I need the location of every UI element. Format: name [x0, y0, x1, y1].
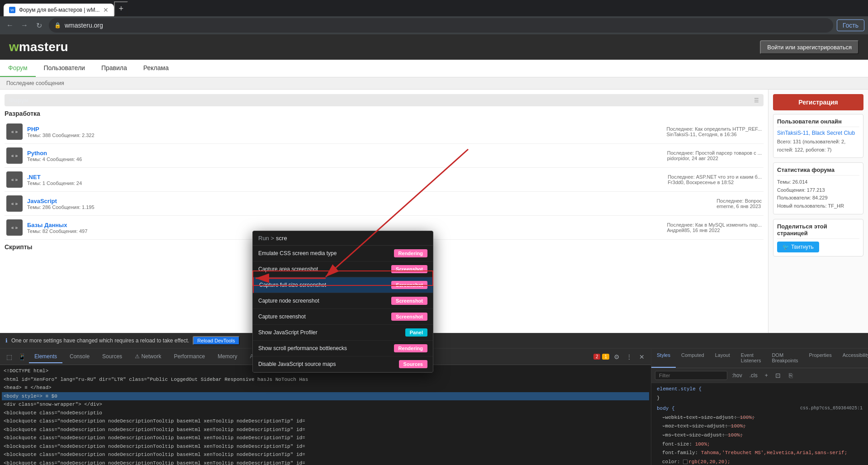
- command-label: Capture node screenshot: [258, 298, 319, 304]
- devtools-panel: ⬚ 📱 Elements Console Sources ⚠ Network P…: [0, 348, 868, 465]
- forum-icon: « »: [6, 195, 23, 212]
- nav-ads[interactable]: Реклама: [135, 60, 177, 77]
- tab-title: Форум для веб-мастеров | wM...: [19, 7, 100, 13]
- info-icon: ℹ: [5, 337, 8, 344]
- command-item[interactable]: Show scroll performance bottlenecks Rend…: [253, 341, 433, 356]
- address-bar[interactable]: 🔒 wmasteru.org: [49, 18, 833, 33]
- command-badge[interactable]: Panel: [405, 328, 427, 337]
- forum-collapse-icon[interactable]: ☰: [754, 97, 759, 104]
- copy-icon[interactable]: ⎘: [785, 370, 796, 381]
- command-input-text[interactable]: scre: [276, 235, 287, 242]
- nav-users[interactable]: Пользователи: [36, 60, 93, 77]
- inspect-icon[interactable]: ⬚: [4, 351, 14, 362]
- forum-last-post: Последнее: Простой парсер товаров с ...p…: [667, 150, 762, 161]
- css-content: element.style { } body { css.php?css_659…: [651, 383, 868, 465]
- command-badge[interactable]: Sources: [399, 360, 427, 368]
- command-badge[interactable]: Screenshot: [391, 313, 427, 321]
- command-item[interactable]: Capture screenshot Screenshot: [253, 309, 433, 325]
- html-line[interactable]: <blockquote class="nodeDescriptio: [2, 409, 649, 418]
- tab-elements[interactable]: Elements: [29, 351, 62, 363]
- rp-tab-properties[interactable]: Properties: [804, 349, 837, 368]
- more-icon[interactable]: ⋮: [624, 351, 635, 362]
- forward-button[interactable]: →: [18, 19, 31, 32]
- tweet-button[interactable]: 🐦 Твитнуть: [777, 242, 819, 252]
- nav-rules[interactable]: Правила: [93, 60, 135, 77]
- rp-tab-layout[interactable]: Layout: [710, 349, 735, 368]
- command-item[interactable]: Capture full size screenshot Screenshot: [253, 277, 433, 293]
- command-item[interactable]: Emulate CSS screen media type Rendering: [253, 246, 433, 261]
- command-badge[interactable]: Rendering: [394, 344, 427, 352]
- command-item[interactable]: Show JavaScript Profiler Panel: [253, 325, 433, 341]
- reload-devtools-button[interactable]: Reload DevTools: [193, 336, 239, 345]
- tab-console[interactable]: Console: [64, 351, 95, 363]
- tab-favicon: W: [9, 7, 15, 13]
- css-font-size: font-size: 100%;: [653, 440, 866, 449]
- forum-name[interactable]: Базы Данных: [27, 222, 662, 228]
- device-icon[interactable]: 📱: [16, 351, 27, 362]
- rp-tab-accessibility[interactable]: Accessibility: [837, 349, 868, 368]
- forum-name[interactable]: .NET: [27, 174, 663, 180]
- register-button[interactable]: Регистрация: [773, 94, 863, 110]
- rp-tab-dom-breakpoints[interactable]: DOM Breakpoints: [766, 349, 803, 368]
- nav-forum[interactable]: Форум: [0, 60, 36, 77]
- element-style-close: }: [653, 394, 866, 403]
- hov-button[interactable]: :hov: [729, 371, 745, 380]
- command-badge[interactable]: Screenshot: [391, 281, 427, 289]
- toggle-sidebar-icon[interactable]: ⊡: [773, 370, 783, 381]
- cls-button[interactable]: .cls: [747, 371, 760, 380]
- tab-sources[interactable]: Sources: [97, 351, 128, 363]
- breadcrumb: Последние сообщения: [0, 77, 868, 90]
- html-line[interactable]: <blockquote class="nodeDescription nodeD…: [2, 426, 649, 434]
- command-badge[interactable]: Screenshot: [391, 297, 427, 305]
- forum-icon: « »: [6, 123, 23, 140]
- command-badge[interactable]: Rendering: [394, 249, 427, 257]
- close-icon[interactable]: ✕: [636, 351, 647, 362]
- html-line[interactable]: <blockquote class="nodeDescription nodeD…: [2, 434, 649, 442]
- html-line[interactable]: <body style=> ≡ $0: [2, 392, 649, 401]
- command-item[interactable]: Capture node screenshot Screenshot: [253, 293, 433, 309]
- tab-memory[interactable]: Memory: [212, 351, 242, 363]
- online-stats: Всего: 131 (пользователей: 2, гостей: 12…: [777, 138, 859, 154]
- command-item[interactable]: Disable JavaScript source maps Sources: [253, 356, 433, 372]
- settings-icon[interactable]: ⚙: [611, 351, 622, 362]
- share-title: Поделиться этой страницей: [777, 223, 859, 239]
- element-style-open: element.style {: [653, 385, 866, 394]
- page-wrapper: wmasteru Войти или зарегистрироваться Фо…: [0, 34, 868, 333]
- lock-icon: 🔒: [54, 22, 61, 28]
- new-tab-button[interactable]: +: [114, 1, 128, 16]
- html-line[interactable]: <blockquote class="nodeDescription nodeD…: [2, 451, 649, 459]
- stats-box: Статистика форума Темы: 26.014 Сообщения…: [773, 162, 863, 214]
- rp-toolbar: :hov .cls + ⊡ ⎘: [651, 368, 868, 383]
- profile-button[interactable]: Гость: [837, 19, 864, 31]
- site-header: wmasteru Войти или зарегистрироваться: [0, 34, 868, 60]
- css-font-family: font-family: Tahoma,'Trebuchet MS',Helve…: [653, 449, 866, 458]
- rp-tab-event-listeners[interactable]: Event Listeners: [735, 349, 767, 368]
- forum-name[interactable]: JavaScript: [27, 198, 712, 204]
- tab-performance[interactable]: Performance: [168, 351, 210, 363]
- forum-name[interactable]: PHP: [27, 126, 662, 133]
- html-line[interactable]: <div class="snow-wrapper"> </div>: [2, 400, 649, 409]
- html-line[interactable]: <blockquote class="nodeDescription nodeD…: [2, 417, 649, 426]
- filter-input[interactable]: [655, 371, 727, 380]
- refresh-button[interactable]: ↻: [33, 19, 45, 32]
- tab-close-button[interactable]: ✕: [103, 6, 109, 14]
- html-line[interactable]: <head> ≡ </head>: [2, 384, 649, 392]
- html-line[interactable]: <blockquote class="nodeDescription nodeD…: [2, 442, 649, 451]
- notification-text: One or more settings have changed which …: [11, 337, 189, 344]
- back-button[interactable]: ←: [4, 19, 16, 32]
- forum-icon: « »: [6, 219, 23, 236]
- rp-tab-computed[interactable]: Computed: [676, 349, 710, 368]
- rp-tab-styles[interactable]: Styles: [651, 349, 676, 368]
- active-tab[interactable]: W Форум для веб-мастеров | wM... ✕: [4, 4, 114, 16]
- command-badge[interactable]: Screenshot: [391, 265, 427, 273]
- html-line[interactable]: <html id="XenForo" lang="ru-RU" dir="LTR…: [2, 375, 649, 384]
- tab-network[interactable]: ⚠ Network: [129, 351, 166, 363]
- command-item[interactable]: Capture area screenshot Screenshot: [253, 261, 433, 277]
- login-button[interactable]: Войти или зарегистрироваться: [760, 40, 859, 54]
- logo-rest: masteru: [19, 40, 68, 54]
- add-rule-button[interactable]: +: [762, 371, 771, 380]
- devtools-content[interactable]: <!DOCTYPE html><html id="XenForo" lang="…: [0, 365, 651, 465]
- stats-title: Статистика форума: [777, 166, 859, 176]
- forum-name[interactable]: Python: [27, 150, 663, 157]
- html-line[interactable]: <blockquote class="nodeDescription nodeD…: [2, 459, 649, 465]
